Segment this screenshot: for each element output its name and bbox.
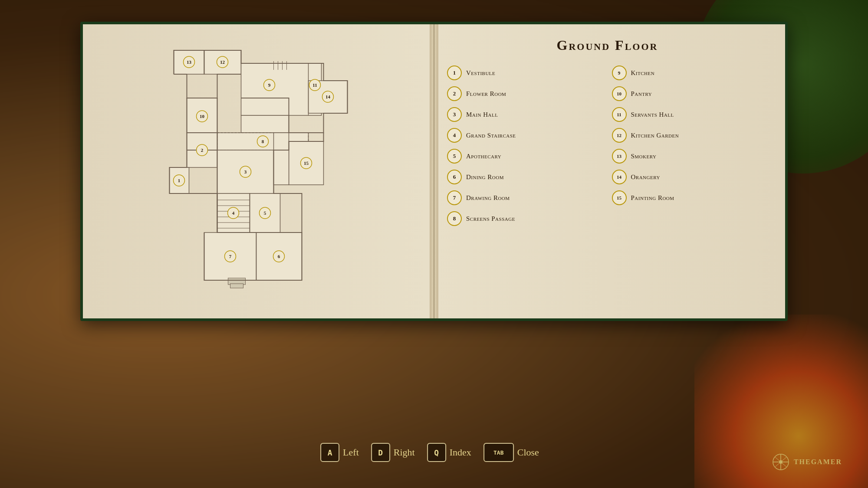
room-item: 8Screens Passage (447, 211, 603, 226)
room-name: Screens Passage (466, 215, 515, 223)
svg-text:10: 10 (200, 114, 205, 119)
room-name: Orangery (631, 174, 660, 181)
room-badge: 2 (447, 86, 462, 101)
key-q[interactable]: Q (427, 443, 446, 462)
room-item: 9Kitchen (612, 66, 768, 80)
svg-text:8: 8 (262, 139, 264, 144)
svg-text:9: 9 (268, 82, 271, 88)
room-name: Flower Room (466, 90, 506, 98)
room-item: 3Main Hall (447, 107, 603, 122)
room-name: Dining Room (466, 174, 504, 181)
svg-text:15: 15 (304, 160, 309, 166)
svg-text:12: 12 (220, 59, 225, 65)
room-item: 7Drawing Room (447, 190, 603, 205)
svg-point-72 (779, 460, 783, 464)
room-name: Vestibule (466, 69, 495, 77)
room-name: Grand Staircase (466, 132, 516, 139)
svg-rect-12 (274, 133, 289, 185)
room-item: 5Apothecary (447, 149, 603, 164)
room-name: Smokery (631, 153, 657, 160)
svg-text:7: 7 (229, 254, 232, 259)
room-name: Painting Room (631, 194, 674, 202)
room-item: 10Pantry (612, 86, 768, 101)
room-item: 13Smokery (612, 149, 768, 164)
room-badge: 3 (447, 107, 462, 122)
floor-plan-map: 13 12 9 11 14 10 8 2 3 (100, 37, 421, 289)
book-left-page: 13 12 9 11 14 10 8 2 3 (83, 24, 430, 318)
room-badge: 5 (447, 149, 462, 164)
room-badge: 6 (447, 170, 462, 184)
label-close: Close (517, 447, 539, 458)
room-list: 1Vestibule9Kitchen2Flower Room10Pantry3M… (447, 66, 768, 226)
book-right-page: Ground Floor 1Vestibule9Kitchen2Flower R… (430, 24, 785, 318)
logo-icon (772, 453, 789, 471)
book: 13 12 9 11 14 10 8 2 3 (80, 22, 788, 321)
room-item: 2Flower Room (447, 86, 603, 101)
room-badge: 11 (612, 107, 627, 122)
key-d[interactable]: D (371, 443, 390, 462)
room-item: 15Painting Room (612, 190, 768, 205)
room-item: 4Grand Staircase (447, 128, 603, 143)
room-item: 14Orangery (612, 170, 768, 184)
label-index: Index (450, 447, 471, 458)
svg-text:6: 6 (278, 254, 280, 259)
room-name: Main Hall (466, 111, 498, 118)
svg-text:13: 13 (187, 59, 192, 65)
logo-text: THEGAMER (794, 458, 842, 466)
key-a[interactable]: A (320, 443, 339, 462)
room-name: Servants Hall (631, 111, 674, 118)
room-badge: 12 (612, 128, 627, 143)
room-badge: 7 (447, 190, 462, 205)
room-badge: 13 (612, 149, 627, 164)
controls-bar: A Left D Right Q Index TAB Close (320, 443, 548, 462)
svg-text:3: 3 (244, 169, 247, 174)
svg-text:5: 5 (264, 210, 266, 216)
svg-text:1: 1 (178, 178, 181, 183)
svg-text:11: 11 (312, 82, 317, 88)
svg-text:4: 4 (232, 210, 235, 216)
room-badge: 4 (447, 128, 462, 143)
svg-rect-21 (230, 284, 243, 288)
room-name: Kitchen (631, 69, 655, 77)
book-spine (430, 24, 438, 318)
room-item: 1Vestibule (447, 66, 603, 80)
label-right: Right (394, 447, 415, 458)
svg-text:2: 2 (201, 147, 204, 153)
svg-rect-5 (241, 115, 289, 133)
room-item: 6Dining Room (447, 170, 603, 184)
svg-text:14: 14 (326, 94, 331, 99)
room-badge: 15 (612, 190, 627, 205)
floor-title: Ground Floor (447, 37, 768, 53)
room-badge: 8 (447, 211, 462, 226)
room-badge: 10 (612, 86, 627, 101)
label-left: Left (343, 447, 359, 458)
room-name: Apothecary (466, 153, 501, 160)
room-name: Pantry (631, 90, 652, 98)
room-badge: 1 (447, 66, 462, 80)
thegamer-logo: THEGAMER (772, 453, 842, 471)
key-tab[interactable]: TAB (483, 443, 514, 462)
room-badge: 14 (612, 170, 627, 184)
room-name: Drawing Room (466, 194, 510, 202)
room-badge: 9 (612, 66, 627, 80)
room-name: Kitchen Garden (631, 132, 679, 139)
room-item: 12Kitchen Garden (612, 128, 768, 143)
room-item: 11Servants Hall (612, 107, 768, 122)
